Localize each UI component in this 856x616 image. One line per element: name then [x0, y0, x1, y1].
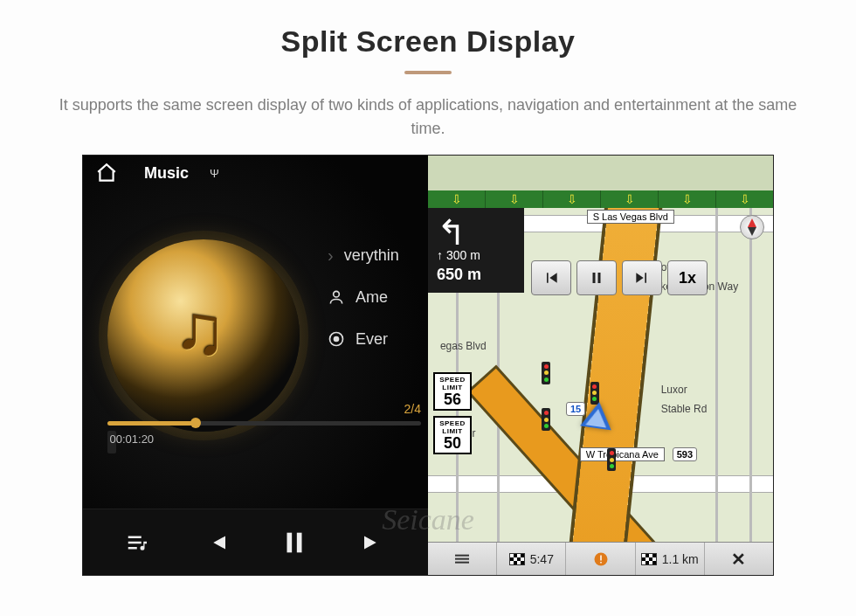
track-album: Ever: [356, 330, 388, 349]
track-title: verythin: [344, 246, 399, 265]
playlist-button[interactable]: [117, 522, 159, 564]
nav-menu-button[interactable]: [428, 543, 497, 575]
street-label: egas Blvd: [435, 339, 492, 353]
turn-secondary-distance: 650 m: [437, 266, 515, 284]
traffic-light-icon: [607, 448, 616, 471]
distance-value: 1.1 km: [662, 552, 699, 566]
lane-arrow-icon: ⇩: [625, 192, 635, 206]
music-header-label: Music: [144, 164, 189, 183]
vehicle-marker-icon: [580, 399, 615, 430]
album-art: ♫: [107, 239, 300, 432]
track-artist: Ame: [356, 288, 388, 307]
nav-alert-button[interactable]: [566, 543, 635, 575]
track-index: 2/4: [404, 402, 421, 416]
turn-primary-distance: 300 m: [446, 248, 480, 262]
home-icon[interactable]: [95, 162, 118, 184]
street-label: Stable Rd: [656, 402, 713, 416]
nav-bottom-bar: 5:47 1.1 km ✕: [428, 542, 773, 575]
svg-rect-18: [600, 555, 602, 560]
lane-arrow-icon: ⇩: [740, 192, 750, 206]
turn-left-icon: ↰: [437, 215, 515, 250]
time-total: [110, 447, 114, 452]
traffic-light-icon: [542, 362, 550, 384]
nav-eta[interactable]: 5:47: [497, 543, 566, 575]
svg-rect-15: [455, 557, 469, 559]
compass-icon[interactable]: [740, 215, 764, 239]
lane-arrow-icon: ⇩: [452, 192, 462, 206]
speed-limit-sign: SPEEDLIMIT50: [433, 416, 472, 454]
lane-guidance-bar: ⇩ ⇩ ⇩ ⇩ ⇩ ⇩: [428, 190, 773, 208]
navigation-pane: ⇩ ⇩ ⇩ ⇩ ⇩ ⇩ S Las Vegas Blvd W Tropicana…: [428, 156, 773, 575]
lane-arrow-icon: ⇩: [509, 192, 520, 206]
street-label: S Las Vegas Blvd: [587, 210, 674, 224]
artist-icon: [328, 288, 345, 306]
simulation-controls: 1x: [531, 260, 708, 295]
turn-ahead-icon: ↑: [437, 248, 443, 262]
street-label: Luxor: [656, 383, 693, 397]
svg-rect-4: [297, 532, 302, 552]
svg-point-2: [335, 337, 339, 342]
svg-rect-19: [600, 562, 602, 564]
svg-rect-3: [287, 532, 293, 552]
title-underline: [404, 71, 452, 74]
checkered-flag-icon: [509, 553, 525, 565]
page-subtitle: It supports the same screen display of t…: [0, 93, 856, 141]
next-button[interactable]: [352, 522, 394, 564]
music-controls: [83, 509, 428, 575]
route-badge: 593: [673, 447, 697, 461]
svg-rect-12: [593, 273, 596, 283]
music-note-icon: ♫: [174, 290, 226, 370]
turn-direction-panel: ↰ ↑300 m 650 m: [428, 208, 524, 293]
checkered-flag-icon: [641, 553, 657, 565]
music-header: Music Ψ: [83, 156, 428, 190]
map-road: [715, 208, 718, 542]
time-elapsed: 00:01:20: [110, 433, 114, 437]
lane-arrow-icon: ⇩: [567, 192, 577, 206]
prev-button[interactable]: [196, 522, 238, 564]
track-metadata: ›verythin Ame Ever: [328, 234, 419, 360]
sim-next-button[interactable]: [622, 260, 662, 295]
speed-limit-value: 50: [435, 435, 470, 451]
eta-value: 5:47: [530, 552, 554, 566]
svg-rect-13: [598, 273, 601, 283]
street-label: W Tropicana Ave: [580, 447, 665, 461]
pause-button[interactable]: [273, 522, 315, 564]
sim-prev-button[interactable]: [531, 260, 571, 295]
sim-pause-button[interactable]: [576, 260, 617, 295]
map-road: [749, 208, 752, 542]
album-icon: [328, 330, 345, 348]
svg-rect-16: [455, 561, 469, 563]
street-label: E Reno Ave: [771, 362, 773, 427]
music-pane: Music Ψ ♫ ›verythin Ame Ever 2/4 00:01:2…: [83, 156, 428, 575]
speed-limit-sign: SPEEDLIMIT56: [433, 372, 472, 411]
svg-rect-14: [455, 554, 469, 556]
usb-source-icon[interactable]: Ψ: [210, 167, 219, 180]
progress-bar[interactable]: 00:01:20: [107, 421, 421, 426]
nav-close-button[interactable]: ✕: [705, 543, 773, 575]
device-split-screen: Music Ψ ♫ ›verythin Ame Ever 2/4 00:01:2…: [83, 156, 773, 575]
lane-arrow-icon: ⇩: [682, 192, 693, 206]
sim-speed-button[interactable]: 1x: [667, 260, 708, 295]
speed-limit-value: 56: [435, 391, 470, 407]
map-canvas[interactable]: S Las Vegas Blvd W Tropicana Ave Koval L…: [428, 208, 773, 542]
svg-point-0: [334, 291, 340, 297]
nav-distance[interactable]: 1.1 km: [636, 543, 705, 575]
page-title: Split Screen Display: [0, 24, 856, 59]
traffic-light-icon: [542, 408, 550, 431]
